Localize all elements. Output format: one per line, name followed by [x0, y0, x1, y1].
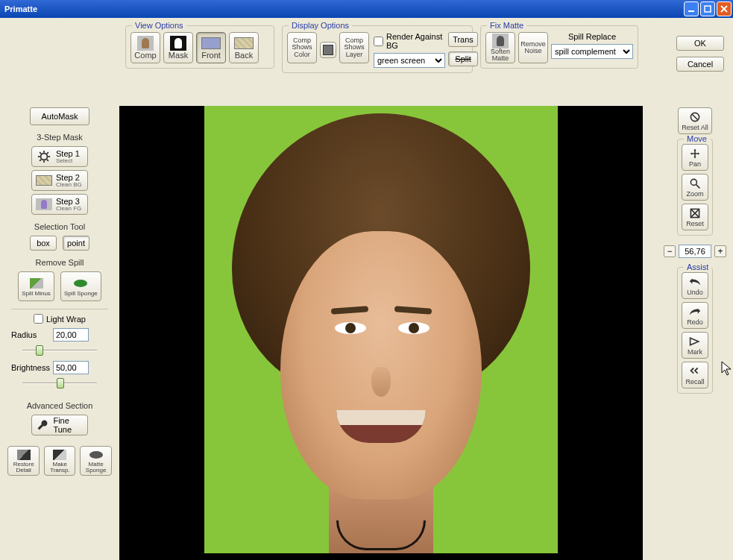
back-button[interactable]: Back — [229, 32, 259, 63]
reset-icon — [688, 207, 702, 219]
zoom-button[interactable]: Zoom — [682, 174, 708, 201]
back-icon — [234, 37, 254, 50]
move-legend: Move — [684, 134, 710, 143]
trans-button[interactable]: Trans — [448, 32, 478, 47]
preview-canvas[interactable] — [119, 106, 643, 560]
comp-shows-color-button[interactable]: Comp Shows Color — [287, 32, 317, 63]
preview-image — [204, 106, 558, 553]
brightness-input[interactable] — [53, 361, 89, 374]
soften-matte-button[interactable]: Soften Matte — [485, 32, 515, 63]
zoom-in-button[interactable]: + — [714, 245, 726, 257]
redo-icon — [688, 306, 702, 318]
undo-icon — [688, 276, 702, 288]
top-toolbars: View Options Comp Mask Front Back — [124, 24, 640, 75]
spill-minus-button[interactable]: Spill Minus — [18, 271, 54, 301]
minimize-button[interactable] — [684, 1, 699, 16]
spill-minus-icon — [27, 277, 46, 290]
window-buttons — [682, 1, 732, 16]
left-panel: AutoMask 3-Step Mask Step 1Select Step 2… — [7, 107, 112, 476]
color-swatch-button[interactable] — [320, 42, 336, 58]
selection-tool-label: Selection Tool — [34, 222, 85, 231]
redo-button[interactable]: Redo — [682, 302, 708, 329]
undo-button[interactable]: Undo — [682, 272, 708, 299]
close-button[interactable] — [717, 1, 732, 16]
step1-button[interactable]: Step 1Select — [31, 146, 88, 167]
svg-line-7 — [40, 152, 41, 154]
window-title: Primatte — [4, 4, 682, 13]
three-step-label: 3-Step Mask — [37, 133, 83, 142]
reset-all-button[interactable]: Reset All — [678, 107, 712, 134]
svg-point-13 — [690, 179, 696, 185]
comp-button[interactable]: Comp — [130, 32, 160, 63]
zoom-icon — [688, 177, 702, 189]
zoom-value-row: − + — [664, 245, 726, 258]
point-tool-button[interactable]: point — [63, 236, 89, 251]
radius-input[interactable] — [53, 328, 89, 342]
mask-icon — [169, 37, 188, 50]
display-options-group: Display Options Comp Shows Color Comp Sh… — [282, 25, 473, 73]
cursor-icon — [721, 361, 732, 376]
view-options-group: View Options Comp Mask Front Back — [125, 25, 274, 69]
assist-legend: Assist — [684, 262, 711, 271]
cancel-button[interactable]: Cancel — [676, 57, 724, 72]
swatch-icon — [323, 45, 333, 55]
step3-icon — [35, 198, 53, 211]
matte-sponge-button[interactable]: Matte Sponge — [80, 446, 112, 476]
assist-group: Assist Undo Redo Mark Recall — [677, 267, 713, 394]
remove-noise-button[interactable]: Remove Noise — [518, 32, 548, 63]
bg-select[interactable]: green screen — [374, 53, 445, 68]
make-transp-icon — [50, 448, 69, 461]
recall-button[interactable]: Recall — [682, 362, 708, 388]
front-button[interactable]: Front — [196, 32, 226, 63]
wrench-icon — [35, 418, 50, 432]
make-transp-button[interactable]: Make Transp. — [44, 446, 75, 476]
restore-detail-icon — [14, 448, 34, 461]
svg-rect-1 — [705, 6, 711, 12]
box-tool-button[interactable]: box — [30, 236, 57, 251]
reset-all-icon — [688, 111, 702, 123]
automask-button[interactable]: AutoMask — [30, 107, 89, 125]
pan-icon — [688, 148, 702, 160]
move-group: Move Pan Zoom Reset — [677, 139, 713, 236]
fine-tune-button[interactable]: Fine Tune — [31, 415, 88, 435]
gear-icon — [35, 150, 53, 163]
render-against-bg-checkbox[interactable]: Render Against BG — [374, 32, 445, 50]
recall-icon — [688, 365, 702, 377]
titlebar: Primatte — [0, 0, 733, 18]
radius-label: Radius — [11, 330, 48, 339]
svg-line-10 — [47, 152, 48, 154]
right-panel: Reset All Move Pan Zoom Reset − — [661, 107, 729, 395]
brightness-label: Brightness — [11, 363, 48, 372]
mark-button[interactable]: Mark — [682, 332, 708, 359]
spill-sponge-button[interactable]: Spill Sponge — [60, 271, 101, 301]
svg-line-12 — [692, 114, 698, 120]
zoom-out-button[interactable]: − — [664, 245, 676, 257]
spill-replace-select[interactable]: spill complement — [551, 44, 633, 59]
step2-icon — [35, 174, 53, 187]
comp-shows-layer-button[interactable]: Comp Shows Layer — [339, 32, 369, 63]
radius-slider[interactable] — [22, 345, 97, 356]
mask-button[interactable]: Mask — [163, 32, 193, 63]
light-wrap-checkbox[interactable]: Light Wrap — [34, 314, 86, 324]
zoom-value-input[interactable] — [679, 245, 711, 258]
comp-icon — [136, 37, 155, 50]
brightness-slider[interactable] — [22, 377, 97, 389]
step3-button[interactable]: Step 3Clean FG — [31, 194, 88, 215]
svg-point-2 — [41, 154, 48, 160]
spill-replace-label: Spill Replace — [568, 32, 616, 41]
advanced-label: Advanced Section — [27, 401, 93, 410]
maximize-button[interactable] — [700, 1, 715, 16]
matte-sponge-icon — [86, 448, 106, 461]
ok-cancel-group: OK Cancel — [676, 36, 724, 72]
svg-line-14 — [696, 184, 700, 188]
svg-line-9 — [40, 160, 41, 161]
reset-move-button[interactable]: Reset — [682, 204, 708, 230]
restore-detail-button[interactable]: Restore Detail — [7, 446, 40, 476]
view-options-legend: View Options — [132, 21, 186, 30]
pan-button[interactable]: Pan — [682, 144, 708, 171]
light-wrap-section: Light Wrap Radius Brightness — [11, 309, 108, 394]
split-button[interactable]: Split — [448, 51, 478, 66]
step2-button[interactable]: Step 2Clean BG — [31, 170, 88, 191]
ok-button[interactable]: OK — [676, 36, 724, 51]
soften-icon — [491, 34, 510, 48]
